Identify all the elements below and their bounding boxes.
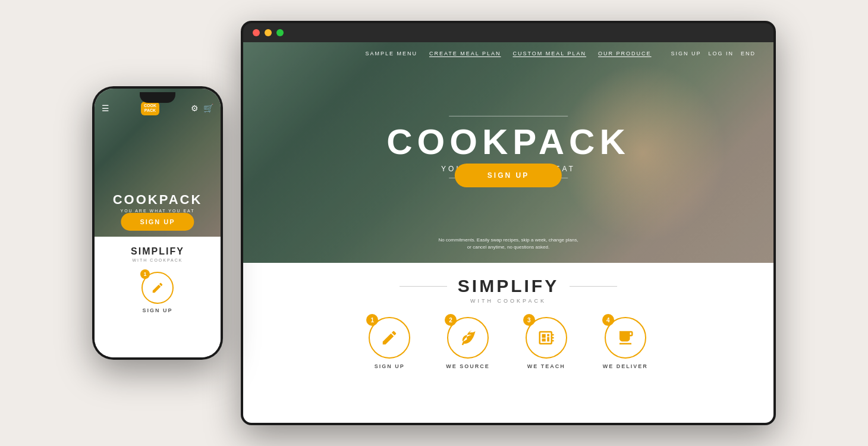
hamburger-icon[interactable]: ☰: [102, 103, 109, 113]
settings-icon[interactable]: ⚙: [191, 103, 199, 113]
simplify-line-left: [400, 286, 447, 287]
browser-body: SAMPLE MENU CREATE MEAL PLAN CUSTOM MEAL…: [243, 42, 773, 423]
scene: ☰ COOKPACK ⚙ 🛒 COOKPACK YOU ARE WHAT YOU…: [80, 9, 788, 437]
desktop-step-icon-wrap-2: 2: [447, 317, 489, 359]
desktop-step-label-4: WE DELIVER: [603, 363, 648, 369]
phone-inner: ☰ COOKPACK ⚙ 🛒 COOKPACK YOU ARE WHAT YOU…: [95, 89, 221, 357]
desktop-hero-title: COOKPACK: [386, 121, 630, 162]
step-badge-1: 1: [140, 269, 150, 279]
desktop-divider-top: [449, 115, 568, 116]
desktop-simplify-sub: WITH COOKPACK: [470, 298, 546, 304]
desktop-simplify: SIMPLIFY: [400, 276, 617, 296]
phone-hero: ☰ COOKPACK ⚙ 🛒 COOKPACK YOU ARE WHAT YOU…: [95, 89, 221, 237]
nav-create-meal-plan[interactable]: CREATE MEAL PLAN: [429, 51, 501, 56]
phone-notch: [140, 92, 175, 103]
nav-log-in[interactable]: LOG IN: [708, 51, 734, 56]
desktop-step-icon-wrap-3: 3: [526, 317, 567, 359]
desktop-step-label-2: WE SOURCE: [446, 363, 490, 369]
nav-our-produce[interactable]: OUR PRODUCE: [598, 51, 652, 56]
desktop-caption-text: No commitments. Easily swap recipes, ski…: [437, 237, 580, 251]
phone-hero-sub: YOU ARE WHAT YOU EAT: [95, 209, 221, 213]
phone-hero-text: COOKPACK YOU ARE WHAT YOU EAT: [95, 192, 221, 213]
desktop-nav: SAMPLE MENU CREATE MEAL PLAN CUSTOM MEAL…: [243, 42, 773, 65]
phone-logo: COOKPACK: [141, 102, 159, 115]
phone-hero-title: COOKPACK: [95, 192, 221, 208]
leaf-icon-desktop: [459, 329, 477, 347]
desktop-step-2: 2 WE SOURCE: [446, 317, 490, 369]
nav-end[interactable]: END: [741, 51, 756, 56]
desktop-simplify-title: SIMPLIFY: [458, 276, 559, 296]
browser-dot-yellow[interactable]: [265, 29, 272, 36]
desktop-step-icon-wrap-4: 4: [605, 317, 646, 359]
simplify-line-right: [570, 286, 617, 287]
hands-icon-desktop: [537, 329, 555, 347]
desktop-step-icon-wrap-1: 1: [369, 317, 410, 359]
phone-bottom: SIMPLIFY WITH COOKPACK 1 SIGN UP: [95, 237, 221, 357]
phone-simplify-sub: WITH COOKPACK: [133, 258, 183, 262]
desktop-step-3: 3 WE TEACH: [526, 317, 567, 369]
step-icon-wrap-1: 1: [141, 272, 174, 304]
nav-sign-up[interactable]: SIGN UP: [671, 51, 701, 56]
phone-step-1: 1 SIGN UP: [141, 272, 174, 313]
nav-sample-menu[interactable]: SAMPLE MENU: [365, 51, 417, 56]
phone-signup-button[interactable]: SIGN UP: [121, 213, 194, 231]
pencil-icon: [151, 281, 164, 294]
pencil-icon-desktop: [380, 329, 398, 347]
browser-dot-green[interactable]: [276, 29, 284, 36]
cart-icon[interactable]: 🛒: [203, 103, 213, 113]
box-icon-desktop: [617, 329, 634, 347]
phone-nav: ☰ COOKPACK ⚙ 🛒: [95, 102, 221, 115]
desktop-step-1: 1 SIGN UP: [369, 317, 410, 369]
browser-dot-red[interactable]: [253, 29, 260, 36]
phone-nav-icons: ⚙ 🛒: [191, 103, 213, 113]
desktop-bottom: SIMPLIFY WITH COOKPACK 1: [243, 263, 773, 423]
desktop-nav-right: SIGN UP LOG IN END: [671, 51, 756, 56]
desktop-caption: No commitments. Easily swap recipes, ski…: [437, 237, 580, 251]
phone-simplify-title: SIMPLIFY: [131, 246, 184, 257]
desktop-nav-links: SAMPLE MENU CREATE MEAL PLAN CUSTOM MEAL…: [365, 51, 651, 56]
browser-chrome: [243, 23, 773, 42]
desktop-step-badge-3: 3: [523, 314, 535, 326]
desktop-hero: SAMPLE MENU CREATE MEAL PLAN CUSTOM MEAL…: [243, 42, 773, 263]
browser-device: SAMPLE MENU CREATE MEAL PLAN CUSTOM MEAL…: [241, 21, 776, 425]
desktop-steps: 1 SIGN UP 2: [369, 317, 648, 369]
step-label-1: SIGN UP: [142, 307, 172, 313]
desktop-step-label-3: WE TEACH: [527, 363, 565, 369]
nav-custom-meal-plan[interactable]: CUSTOM MEAL PLAN: [513, 51, 587, 56]
desktop-step-label-1: SIGN UP: [375, 363, 405, 369]
desktop-step-badge-4: 4: [602, 314, 614, 326]
desktop-signup-button[interactable]: SIGN UP: [455, 164, 562, 187]
phone-device: ☰ COOKPACK ⚙ 🛒 COOKPACK YOU ARE WHAT YOU…: [92, 86, 223, 360]
desktop-step-4: 4 WE DELIVER: [603, 317, 648, 369]
